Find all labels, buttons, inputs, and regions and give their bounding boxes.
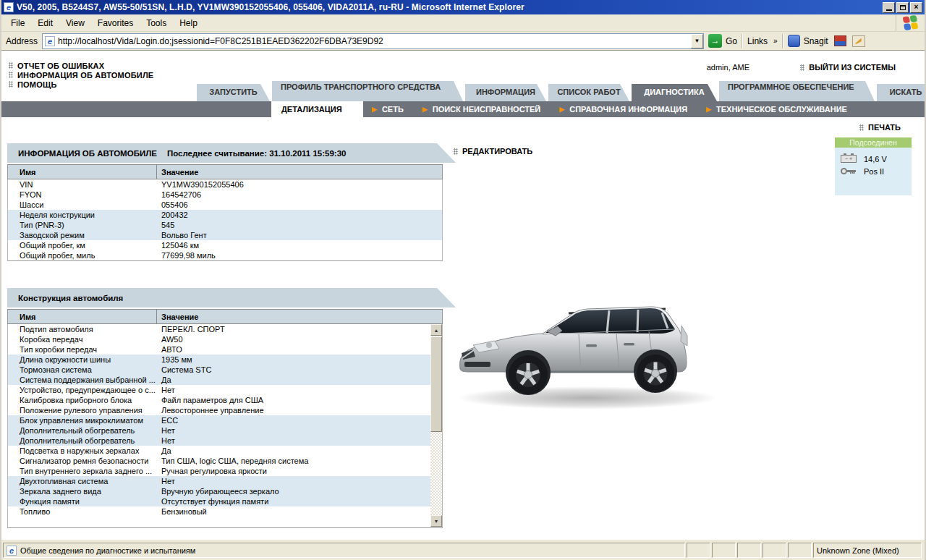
menu-item[interactable]: Help bbox=[173, 18, 204, 28]
tab-2[interactable]: ПРОФИЛЬ ТРАНСПОРТНОГО СРЕДСТВА bbox=[272, 81, 463, 101]
table-row[interactable]: Двухтопливная системаНет bbox=[8, 476, 430, 486]
row-name: Неделя конструкции bbox=[8, 211, 157, 219]
edit-link[interactable]: РЕДАКТИРОВАТЬ bbox=[454, 147, 532, 156]
table-row[interactable]: Общий пробег, км125046 км bbox=[8, 240, 442, 250]
table-row[interactable]: Система поддержания выбранной ...Да bbox=[8, 375, 430, 385]
header-link[interactable]: ПОМОЩЬ bbox=[9, 80, 153, 89]
table-row[interactable]: Тип (PNR-3)545 bbox=[8, 220, 442, 230]
menu-item[interactable]: View bbox=[59, 18, 91, 28]
header-link-label: ПОМОЩЬ bbox=[17, 80, 57, 89]
subtab-2[interactable]: ▶СЕТЬ bbox=[372, 105, 404, 114]
header-link-label: ИНФОРМАЦИЯ ОБ АВТОМОБИЛЕ bbox=[17, 71, 153, 80]
address-dropdown-icon[interactable]: ▼ bbox=[691, 34, 703, 48]
table-row[interactable]: Тип внутреннего зеркала заднего ...Ручна… bbox=[8, 466, 430, 476]
row-name: Шасси bbox=[8, 200, 157, 209]
address-input[interactable] bbox=[58, 35, 691, 48]
row-value: Да bbox=[157, 446, 430, 455]
battery-icon: − + bbox=[841, 155, 857, 163]
table-row[interactable]: Дополнительный обогревательНет bbox=[8, 436, 430, 446]
vertical-scrollbar[interactable]: ▲ ▼ bbox=[430, 324, 442, 527]
subtab-4[interactable]: ▶СПРАВОЧНАЯ ИНФОРМАЦИЯ bbox=[559, 105, 687, 114]
address-combo[interactable]: e ▼ bbox=[42, 33, 704, 49]
toolbar-separator bbox=[742, 34, 743, 48]
tab-4[interactable]: СПИСОК РАБОТ bbox=[548, 84, 629, 101]
row-value: Нет bbox=[157, 477, 430, 485]
row-value: Нет bbox=[157, 436, 430, 445]
menu-item[interactable]: Tools bbox=[140, 18, 173, 28]
table-row[interactable]: Подсветка в наружных зеркалахДа bbox=[8, 446, 430, 456]
tab-7[interactable]: ИСКАТЬ bbox=[877, 84, 925, 101]
go-button[interactable]: → Go bbox=[708, 34, 737, 48]
table-row[interactable]: Коробка передачAW50 bbox=[8, 334, 430, 344]
main-tab-bar: ЗАПУСТИТЬПРОФИЛЬ ТРАНСПОРТНОГО СРЕДСТВАИ… bbox=[197, 81, 925, 101]
subtab-3[interactable]: ▶ПОИСК НЕИСПРАВНОСТЕЙ bbox=[422, 105, 540, 114]
table-row[interactable]: Сигнализатор ремня безопасностиТип США, … bbox=[8, 456, 430, 466]
scroll-up-icon[interactable]: ▲ bbox=[430, 324, 442, 336]
link-bullet-icon bbox=[9, 72, 13, 78]
table-row[interactable]: VINYV1MW390152055406 bbox=[8, 179, 442, 190]
header-link[interactable]: ИНФОРМАЦИЯ ОБ АВТОМОБИЛЕ bbox=[9, 70, 153, 80]
table-body: VINYV1MW390152055406FYON164542706Шасси05… bbox=[7, 179, 443, 261]
row-value: Нет bbox=[157, 426, 430, 435]
row-value: Тип США, logic США, передняя система bbox=[157, 457, 430, 465]
table-body: Подтип автомобиляПЕРЕКЛ. СПОРТКоробка пе… bbox=[7, 324, 443, 528]
table-row[interactable]: Блок управления микроклиматомECC bbox=[8, 415, 430, 425]
print-link[interactable]: ПЕЧАТЬ bbox=[859, 123, 901, 132]
subtab-1[interactable]: ДЕТАЛИЗАЦИЯ bbox=[271, 101, 363, 117]
ie-app-icon: e bbox=[4, 2, 14, 12]
snagit-icon bbox=[788, 35, 800, 47]
row-value: Бензиновый bbox=[157, 507, 430, 516]
row-value: Да bbox=[157, 376, 430, 384]
tab-1[interactable]: ЗАПУСТИТЬ bbox=[197, 84, 270, 101]
logout-link[interactable]: ВЫЙТИ ИЗ СИСТЕМЫ bbox=[800, 63, 896, 72]
table-row[interactable]: Неделя конструкции200432 bbox=[8, 210, 442, 220]
menu-item[interactable]: Favorites bbox=[91, 18, 140, 28]
row-name: Функция памяти bbox=[8, 497, 157, 506]
table-row[interactable]: Общий пробег, миль77699,98 миль bbox=[8, 250, 442, 260]
table-row[interactable]: Заводской режимВольво Гент bbox=[8, 230, 442, 240]
snagit-profile-icon[interactable] bbox=[852, 35, 865, 47]
menu-item[interactable]: Edit bbox=[31, 18, 59, 28]
construction-table: ИмяЗначение Подтип автомобиляПЕРЕКЛ. СПО… bbox=[7, 309, 443, 528]
header-link[interactable]: ОТЧЕТ ОБ ОШИБКАХ bbox=[9, 61, 153, 70]
row-name: Зеркала заднего вида bbox=[8, 487, 157, 496]
minimize-button[interactable] bbox=[883, 2, 895, 13]
links-menu[interactable]: Links » bbox=[747, 36, 778, 46]
table-row[interactable]: Тормозная системаСистема STC bbox=[8, 365, 430, 375]
table-row[interactable]: ТопливоБензиновый bbox=[8, 506, 430, 517]
row-value: YV1MW390152055406 bbox=[157, 180, 442, 189]
table-row[interactable]: Тип коробки передачАВТО bbox=[8, 344, 430, 355]
tab-5[interactable]: ДИАГНОСТИКА bbox=[632, 84, 717, 101]
section-title: ИНФОРМАЦИЯ ОБ АВТОМОБИЛЕ bbox=[18, 149, 157, 158]
row-value: 77699,98 миль bbox=[157, 251, 442, 260]
snagit-capture-icon[interactable] bbox=[834, 35, 846, 46]
subtab-5[interactable]: ▶ТЕХНИЧЕСКОЕ ОБСЛУЖИВАНИЕ bbox=[706, 105, 847, 114]
table-row[interactable]: Подтип автомобиляПЕРЕКЛ. СПОРТ bbox=[8, 324, 430, 334]
menu-item[interactable]: File bbox=[4, 18, 31, 28]
table-row[interactable]: Дополнительный обогревательНет bbox=[8, 425, 430, 436]
header-links: ОТЧЕТ ОБ ОШИБКАХИНФОРМАЦИЯ ОБ АВТОМОБИЛЕ… bbox=[9, 61, 153, 89]
tab-3[interactable]: ИНФОРМАЦИЯ bbox=[465, 84, 546, 101]
table-row[interactable]: Калибровка приборного блокаФайл параметр… bbox=[8, 395, 430, 405]
table-row[interactable]: Функция памятиОтсутствует функция памяти bbox=[8, 496, 430, 506]
close-button[interactable]: × bbox=[910, 2, 922, 13]
go-arrow-icon: → bbox=[708, 34, 722, 48]
subtab-arrow-icon: ▶ bbox=[372, 106, 377, 113]
table-row[interactable]: Шасси055406 bbox=[8, 200, 442, 210]
column-header: Значение bbox=[157, 168, 442, 177]
table-row[interactable]: Устройство, предупреждающее о с...Нет bbox=[8, 385, 430, 395]
zone-text: Unknown Zone (Mixed) bbox=[817, 546, 899, 555]
row-name: Блок управления микроклиматом bbox=[8, 416, 157, 425]
table-row[interactable]: Положение рулевого управленияЛевосторонн… bbox=[8, 405, 430, 415]
table-row[interactable]: Длина окружности шины1935 мм bbox=[8, 355, 430, 365]
restore-button[interactable] bbox=[896, 2, 909, 13]
table-row[interactable]: FYON164542706 bbox=[8, 190, 442, 200]
logout-label: ВЫЙТИ ИЗ СИСТЕМЫ bbox=[809, 63, 896, 72]
snagit-button[interactable]: Snagit bbox=[788, 35, 828, 47]
row-value: ECC bbox=[157, 416, 430, 425]
table-row[interactable]: Зеркала заднего видаВручную убирающееся … bbox=[8, 486, 430, 496]
scrollbar-thumb[interactable] bbox=[430, 336, 442, 432]
row-name: Подтип автомобиля bbox=[8, 325, 157, 334]
tab-6[interactable]: ПРОГРАММНОЕ ОБЕСПЕЧЕНИЕ bbox=[719, 81, 875, 101]
scroll-down-icon[interactable]: ▼ bbox=[430, 515, 442, 527]
